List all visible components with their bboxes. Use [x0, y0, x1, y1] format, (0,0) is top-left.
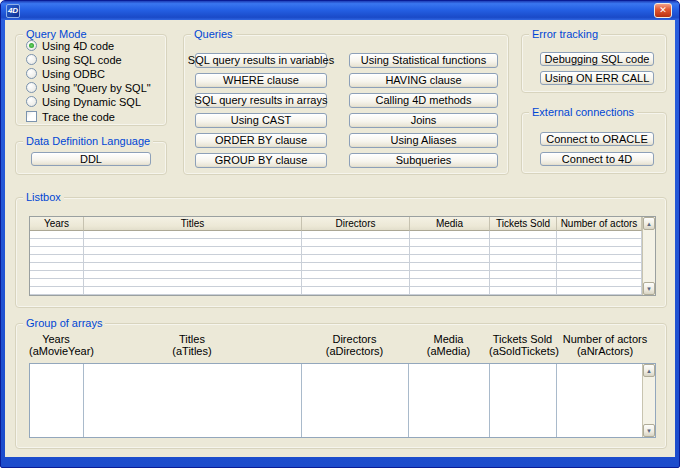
radio-using-4d-code[interactable]: Using 4D code — [26, 39, 114, 52]
arrays-list-area: ▲ ▼ — [29, 363, 656, 438]
group-error-tracking-title: Error tracking — [529, 28, 601, 41]
using-on-err-call-button[interactable]: Using ON ERR CALL — [540, 71, 654, 85]
array-list-years[interactable] — [30, 364, 84, 437]
listbox-header-titles[interactable]: Titles — [84, 217, 302, 231]
using-aliases-button[interactable]: Using Aliases — [349, 133, 498, 148]
listbox-header-directors[interactable]: Directors — [302, 217, 410, 231]
listbox-header-years[interactable]: Years — [30, 217, 84, 231]
listbox-column-media: Media — [410, 217, 490, 295]
radio-using-query-by-sql[interactable]: Using "Query by SQL" — [26, 81, 151, 94]
array-label-tickets-sold: Tickets Sold(aSoldTickets) — [489, 333, 556, 357]
subqueries-button[interactable]: Subqueries — [349, 153, 498, 168]
using-cast-button[interactable]: Using CAST — [195, 113, 327, 128]
group-queries: Queries SQL query results in variables W… — [183, 34, 509, 175]
scroll-down-icon[interactable]: ▼ — [643, 282, 655, 295]
group-ddl: Data Definition Language DDL — [15, 141, 167, 175]
sql-query-results-in-arrays-button[interactable]: SQL query results in arrays — [195, 93, 327, 108]
checkbox-trace-the-code[interactable]: Trace the code — [26, 110, 115, 123]
group-of-arrays-title: Group of arrays — [23, 317, 105, 330]
radio-icon — [26, 68, 37, 79]
radio-using-odbc[interactable]: Using ODBC — [26, 67, 105, 80]
group-ddl-title: Data Definition Language — [23, 135, 153, 148]
listbox-body-directors[interactable] — [302, 231, 410, 295]
array-label-media: Media(aMedia) — [408, 333, 489, 357]
group-external-connections: External connections Connect to ORACLE C… — [521, 112, 667, 174]
radio-label: Using 4D code — [42, 40, 114, 52]
app-4d-icon[interactable]: 4D — [6, 4, 20, 18]
listbox-column-directors: Directors — [302, 217, 410, 295]
listbox-table: Years Titles Directors Media Tickets Sol… — [29, 216, 656, 296]
radio-label: Using Dynamic SQL — [42, 96, 141, 108]
radio-label: Using ODBC — [42, 68, 105, 80]
listbox-body-media[interactable] — [410, 231, 490, 295]
radio-using-sql-code[interactable]: Using SQL code — [26, 53, 122, 66]
arrays-vertical-scrollbar[interactable]: ▲ ▼ — [642, 364, 655, 437]
group-by-clause-button[interactable]: GROUP BY clause — [195, 153, 327, 168]
group-error-tracking: Error tracking Debugging SQL code Using … — [521, 34, 667, 93]
listbox-body-tickets-sold[interactable] — [490, 231, 557, 295]
ddl-button[interactable]: DDL — [31, 152, 151, 166]
array-list-media[interactable] — [409, 364, 490, 437]
sql-query-results-in-variables-button[interactable]: SQL query results in variables — [195, 53, 327, 68]
array-label-number-of-actors: Number of actors(aNrActors) — [556, 333, 654, 357]
close-button[interactable]: ✕ — [654, 3, 672, 18]
scroll-down-icon[interactable]: ▼ — [643, 424, 655, 437]
array-list-tickets-sold[interactable] — [490, 364, 557, 437]
listbox-header-media[interactable]: Media — [410, 217, 490, 231]
listbox-body-number-of-actors[interactable] — [557, 231, 642, 295]
radio-icon — [26, 40, 37, 51]
radio-label: Using SQL code — [42, 54, 122, 66]
listbox-body-years[interactable] — [30, 231, 84, 295]
radio-icon — [26, 96, 37, 107]
group-query-mode: Query Mode Using 4D code Using SQL code … — [15, 34, 167, 126]
listbox-column-number-of-actors: Number of actors — [557, 217, 642, 295]
array-list-directors[interactable] — [302, 364, 409, 437]
debugging-sql-code-button[interactable]: Debugging SQL code — [540, 52, 654, 66]
listbox-header-tickets-sold[interactable]: Tickets Sold — [490, 217, 557, 231]
listbox-header-number-of-actors[interactable]: Number of actors — [557, 217, 642, 231]
listbox-column-tickets-sold: Tickets Sold — [490, 217, 557, 295]
where-clause-button[interactable]: WHERE clause — [195, 73, 327, 88]
title-bar[interactable]: 4D ✕ — [1, 1, 679, 20]
radio-icon — [26, 82, 37, 93]
listbox-vertical-scrollbar[interactable]: ▲ ▼ — [642, 217, 655, 295]
listbox-body-titles[interactable] — [84, 231, 302, 295]
app-window: 4D ✕ Query Mode Using 4D code Using SQL … — [0, 0, 680, 468]
joins-button[interactable]: Joins — [349, 113, 498, 128]
group-listbox-title: Listbox — [23, 191, 64, 204]
array-label-titles: Titles(aTitles) — [83, 333, 301, 357]
checkbox-icon — [26, 111, 37, 122]
connect-to-4d-button[interactable]: Connect to 4D — [540, 152, 654, 166]
connect-to-oracle-button[interactable]: Connect to ORACLE — [540, 132, 654, 146]
array-list-number-of-actors[interactable]: ▲ ▼ — [557, 364, 655, 437]
radio-using-dynamic-sql[interactable]: Using Dynamic SQL — [26, 95, 141, 108]
having-clause-button[interactable]: HAVING clause — [349, 73, 498, 88]
array-list-titles[interactable] — [84, 364, 302, 437]
array-label-years: Years(aMovieYear) — [29, 333, 83, 357]
group-queries-title: Queries — [191, 28, 236, 41]
using-statistical-functions-button[interactable]: Using Statistical functions — [349, 53, 498, 68]
radio-label: Using "Query by SQL" — [42, 82, 151, 94]
checkbox-label: Trace the code — [42, 111, 115, 123]
listbox-column-years: Years — [30, 217, 84, 295]
calling-4d-methods-button[interactable]: Calling 4D methods — [349, 93, 498, 108]
listbox-column-titles: Titles — [84, 217, 302, 295]
scroll-up-icon[interactable]: ▲ — [643, 217, 655, 230]
group-external-connections-title: External connections — [529, 106, 637, 119]
scroll-up-icon[interactable]: ▲ — [643, 364, 655, 377]
radio-icon — [26, 54, 37, 65]
order-by-clause-button[interactable]: ORDER BY clause — [195, 133, 327, 148]
array-label-directors: Directors(aDirectors) — [301, 333, 408, 357]
